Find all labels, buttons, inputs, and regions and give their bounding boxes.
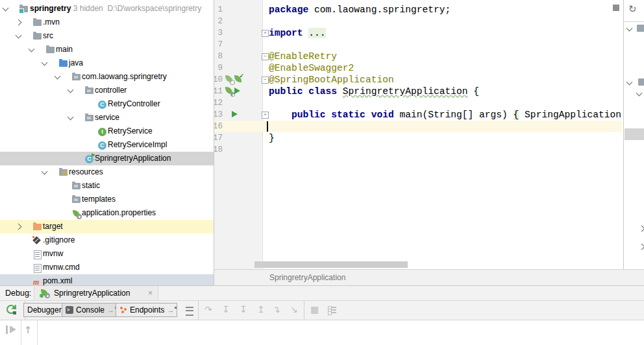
fold-marker-icon[interactable]: + <box>262 30 269 37</box>
spring-boot-class-icon[interactable] <box>225 87 234 95</box>
folder-icon <box>638 78 644 86</box>
run-main-icon[interactable] <box>232 110 240 119</box>
tree-item-mvnw-cmd[interactable]: mvnw.cmd <box>0 261 214 274</box>
line-number: 17 <box>214 132 223 144</box>
tab-debugger[interactable]: Debugger <box>23 303 62 317</box>
selected-row-fragment <box>625 128 644 140</box>
tree-item-retrycontroller[interactable]: CRetryController <box>0 97 214 111</box>
tree-item-controller[interactable]: controller <box>0 84 214 97</box>
code-line: @EnableSwagger2 <box>269 62 354 74</box>
tree-item-retryservice[interactable]: IRetryService <box>0 125 214 138</box>
chevron-right-icon[interactable] <box>639 226 644 232</box>
tree-item--gitignore[interactable]: .gitignore <box>0 233 214 247</box>
evaluate-expression-icon[interactable]: ↘ <box>290 304 298 315</box>
chevron-down-icon[interactable] <box>42 169 48 175</box>
breadcrumb-item[interactable]: SpringretryApplication <box>269 273 345 282</box>
line-number: 13 <box>214 109 223 121</box>
step-over-icon[interactable]: ↷ <box>204 304 212 315</box>
spring-bean-check-icon[interactable]: ✓ <box>234 75 243 84</box>
maven-icon: m <box>33 277 42 285</box>
tab-console[interactable]: Console→ <box>62 303 116 317</box>
tree-item-retryserviceimpl[interactable]: CRetryServiceImpl <box>0 138 214 152</box>
tab-endpoints[interactable]: Endpoints→ <box>116 303 177 317</box>
chevron-down-icon[interactable] <box>29 46 35 53</box>
tree-item-java[interactable]: java <box>0 56 214 70</box>
chevron-down-icon[interactable] <box>3 5 9 12</box>
tree-item-service[interactable]: service <box>0 111 214 125</box>
chevron-down-icon[interactable] <box>636 90 643 97</box>
line-number: 18 <box>214 144 223 156</box>
project-folder-icon <box>19 5 29 14</box>
chevron-down-icon[interactable] <box>626 79 633 86</box>
fold-marker-icon[interactable]: − <box>262 77 269 84</box>
step-into-icon[interactable]: ↧ <box>222 304 230 315</box>
run-main-icon[interactable] <box>234 87 243 95</box>
right-tool-panel: ↻ <box>623 0 644 269</box>
step-out-icon[interactable]: ↥ <box>257 304 265 315</box>
tree-item-templates[interactable]: templates <box>0 193 214 206</box>
scroll-up-icon[interactable]: ↑ <box>24 324 32 336</box>
chevron-down-icon[interactable] <box>626 25 633 32</box>
chevron-down-icon[interactable] <box>42 60 48 66</box>
text-caret <box>267 121 268 132</box>
chevron-down-icon[interactable] <box>68 114 74 121</box>
runnable-class-icon: C <box>85 154 94 163</box>
code-line: import ... <box>269 27 326 39</box>
chevron-down-icon[interactable] <box>55 73 61 80</box>
spring-bean-icon[interactable] <box>225 75 234 84</box>
tree-item-target[interactable]: target <box>0 220 214 233</box>
resume-program-icon[interactable] <box>6 326 18 335</box>
tree-item-mvnw[interactable]: mvnw <box>0 247 214 261</box>
tree-item-static[interactable]: static <box>0 179 214 193</box>
interface-icon: I <box>98 127 107 136</box>
fold-marker-icon[interactable]: + <box>262 112 269 119</box>
line-number: 10 <box>214 74 223 86</box>
tree-item-label: main <box>56 45 73 54</box>
layout-menu-icon[interactable] <box>186 307 193 316</box>
folder-icon <box>33 18 42 27</box>
chevron-down-icon[interactable] <box>16 32 22 39</box>
tree-item-main[interactable]: main <box>0 43 214 56</box>
caret-line-highlight <box>214 121 622 132</box>
spring-boot-run-icon <box>41 289 48 296</box>
debug-tool-window: Debug: SpringretryApplication × Debugger… <box>0 285 644 345</box>
tree-item-label: SpringretryApplication <box>95 154 171 163</box>
force-step-into-icon[interactable]: ↧ <box>240 304 247 315</box>
tree-item-application-properties[interactable]: application.properties <box>0 206 214 220</box>
tree-item-src[interactable]: src <box>0 29 214 43</box>
class-icon: C <box>98 141 107 150</box>
code-line: @EnableRetry <box>269 51 337 62</box>
fold-marker-icon[interactable]: − <box>262 53 269 60</box>
tree-root[interactable]: springretry 3 hidden D:\D\workspace\spri… <box>0 2 214 16</box>
folder-icon <box>33 32 42 41</box>
chevron-down-icon[interactable] <box>68 87 74 93</box>
tree-item--mvn[interactable]: .mvn <box>0 16 214 29</box>
code-editor[interactable]: 1package com.laowang.springretry;23+impo… <box>214 0 623 269</box>
settings-sliders-icon[interactable] <box>328 307 336 314</box>
rerun-button[interactable] <box>6 305 16 314</box>
chevron-right-icon[interactable] <box>16 224 22 230</box>
chevron-right-icon[interactable] <box>16 19 22 26</box>
code-line: public class SpringretryApplication { <box>269 86 479 97</box>
folder-icon <box>46 45 55 54</box>
package-icon <box>72 73 81 82</box>
tree-item-label: RetryController <box>108 99 160 108</box>
close-icon[interactable]: × <box>148 289 153 298</box>
tree-item-resources[interactable]: resources <box>0 165 214 179</box>
evaluate-calculator-icon[interactable]: ▦ <box>310 304 319 315</box>
tree-item-springretryapplication[interactable]: CSpringretryApplication <box>0 152 214 165</box>
run-to-cursor-icon[interactable]: ↴ <box>273 304 280 315</box>
debug-session-tab[interactable]: SpringretryApplication × <box>34 286 158 300</box>
tree-item-label: mvnw <box>43 249 63 258</box>
folder-icon <box>637 25 644 32</box>
resources-folder-icon <box>59 168 68 177</box>
horizontal-scrollbar[interactable] <box>254 261 408 268</box>
spring-properties-icon <box>72 209 81 218</box>
package-icon <box>72 195 81 204</box>
breadcrumb-bar: SpringretryApplication <box>214 269 644 285</box>
refresh-icon[interactable]: ↻ <box>628 3 637 15</box>
chevron-right-icon[interactable] <box>639 244 644 250</box>
code-line: } <box>269 132 275 144</box>
tree-item-pom-xml[interactable]: mpom.xml <box>0 274 214 285</box>
tree-item-com-laowang-springretry[interactable]: com.laowang.springretry <box>0 70 214 84</box>
